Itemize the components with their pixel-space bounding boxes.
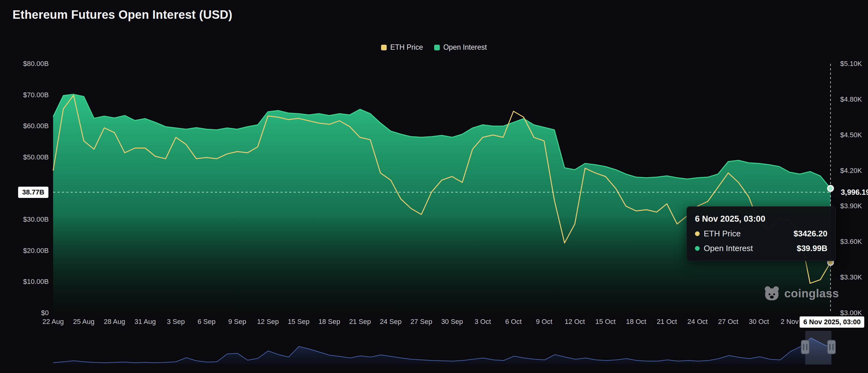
x-axis-label: 30 Oct: [749, 318, 769, 326]
coinglass-bear-icon: [763, 285, 780, 302]
x-axis-label: 6 Oct: [505, 318, 522, 326]
crosshair-right-label: 3,996.19: [841, 188, 868, 197]
x-axis-label: 27 Sep: [410, 318, 432, 326]
x-axis-label: 21 Oct: [657, 318, 677, 326]
y-axis-label-left: $70.00B: [8, 91, 49, 99]
open-interest-dot-icon: [695, 246, 700, 251]
x-axis-label: 21 Sep: [349, 318, 371, 326]
x-axis-label: 25 Aug: [73, 318, 95, 326]
x-axis-label: 31 Aug: [134, 318, 156, 326]
tooltip-eth-price-value: $3426.20: [794, 229, 827, 238]
y-axis-label-left: $30.00B: [8, 216, 49, 224]
x-axis-label: 27 Oct: [718, 318, 738, 326]
x-axis-label: 15 Sep: [288, 318, 310, 326]
tooltip-date: 6 Nov 2025, 03:00: [695, 214, 827, 224]
y-axis-label-left: $10.00B: [8, 278, 49, 286]
crosshair-x-label: 6 Nov 2025, 03:00: [800, 316, 864, 328]
chart-tooltip: 6 Nov 2025, 03:00 ETH Price $3426.20 Ope…: [686, 206, 836, 261]
y-axis-label-left: $60.00B: [8, 122, 49, 130]
legend-item-eth-price[interactable]: ETH Price: [381, 43, 423, 52]
y-axis-label-left: $80.00B: [8, 60, 49, 68]
y-axis-label-left: $20.00B: [8, 247, 49, 255]
x-axis-label: 30 Sep: [441, 318, 463, 326]
chart-canvas[interactable]: [0, 0, 868, 373]
tooltip-eth-price-label: ETH Price: [704, 229, 741, 238]
eth-price-dot-icon: [695, 231, 700, 236]
x-axis-label: 18 Oct: [626, 318, 646, 326]
y-axis-label-right: $4.50K: [840, 131, 862, 139]
navigator[interactable]: [53, 331, 836, 365]
y-axis-label-right: $3.60K: [840, 238, 862, 246]
page-title: Ethereum Futures Open Interest (USD): [12, 8, 232, 22]
navigator-handle-left[interactable]: [801, 340, 809, 354]
x-axis-label: 22 Aug: [42, 318, 64, 326]
coinglass-watermark: coinglass: [763, 285, 839, 302]
legend-swatch-icon: [381, 45, 387, 50]
chart-plot-area[interactable]: [53, 64, 832, 313]
coinglass-eth-open-interest-page: Ethereum Futures Open Interest (USD) ETH…: [0, 0, 868, 373]
y-axis-label-right: $3.30K: [840, 273, 862, 281]
x-axis-label: 24 Oct: [687, 318, 708, 326]
legend-swatch-icon: [434, 45, 440, 50]
x-axis-label: 28 Aug: [104, 318, 125, 326]
tooltip-open-interest-value: $39.99B: [797, 243, 827, 253]
legend-label: ETH Price: [390, 43, 423, 52]
navigator-line: [53, 338, 832, 363]
tooltip-row-eth-price: ETH Price $3426.20: [695, 229, 827, 238]
coinglass-wordmark: coinglass: [784, 287, 839, 300]
tooltip-open-interest-label: Open Interest: [704, 243, 753, 253]
x-axis-label: 18 Sep: [318, 318, 340, 326]
navigator-handle-right[interactable]: [827, 340, 836, 354]
y-axis-label-right: $4.20K: [840, 167, 862, 175]
x-axis-label: 9 Sep: [228, 318, 246, 326]
y-axis-label-right: $5.10K: [840, 60, 862, 68]
x-axis-label: 6 Sep: [198, 318, 216, 326]
crosshair-left-label: 38.77B: [18, 186, 49, 198]
x-axis-label: 3 Oct: [474, 318, 491, 326]
x-axis-label: 3 Sep: [167, 318, 185, 326]
y-axis-label-left: $50.00B: [8, 153, 49, 161]
x-axis-label: 12 Oct: [565, 318, 585, 326]
legend-item-open-interest[interactable]: Open Interest: [434, 43, 487, 52]
y-axis-label-right: $3.90K: [840, 202, 862, 210]
legend-label: Open Interest: [443, 43, 487, 52]
x-axis-label: 15 Oct: [595, 318, 616, 326]
x-axis-label: 24 Sep: [380, 318, 402, 326]
tooltip-row-open-interest: Open Interest $39.99B: [695, 243, 827, 253]
y-axis-label-right: $3.00K: [840, 309, 862, 317]
x-axis-label: 2 Nov: [780, 318, 798, 326]
y-axis-label-left: $0: [8, 309, 49, 317]
y-axis-label-right: $4.80K: [840, 95, 862, 104]
chart-legend: ETH PriceOpen Interest: [0, 43, 868, 52]
x-axis-label: 9 Oct: [536, 318, 553, 326]
x-axis-label: 12 Sep: [257, 318, 279, 326]
